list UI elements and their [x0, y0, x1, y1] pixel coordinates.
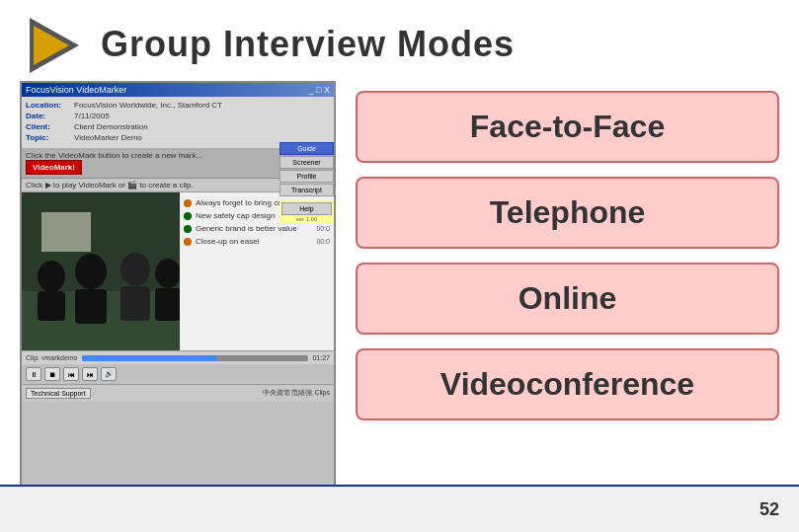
svg-rect-10: [41, 212, 91, 252]
mode-online: Online: [356, 263, 779, 335]
page-number: 52: [759, 499, 779, 520]
date-label: Date:: [26, 112, 70, 120]
svg-rect-7: [120, 286, 150, 321]
pause-button[interactable]: ⏸: [26, 367, 41, 381]
svg-rect-9: [155, 288, 180, 321]
item-bullet: [184, 225, 192, 233]
item-time: 00:0: [316, 238, 330, 245]
info-row-location: Location: FocusVision Worldwide, Inc., S…: [26, 101, 330, 110]
item-time: 00:0: [316, 225, 330, 232]
client-label: Client:: [26, 122, 70, 131]
screenshot-footer: Technical Support 中央資管 范繕強 Clips: [22, 384, 334, 402]
screenshot-controls: ⏸ ⏹ ⏮ ⏭ 🔊: [22, 364, 334, 384]
svg-point-6: [120, 253, 150, 286]
items-list: Always forget to bring coupons 00:0 New …: [180, 192, 334, 350]
location-value: FocusVision Worldwide, Inc., Stamford CT: [74, 101, 222, 110]
svg-rect-5: [75, 289, 107, 324]
list-item: Close-up on easel 00:0: [184, 235, 330, 248]
volume-button[interactable]: 🔊: [101, 367, 117, 381]
svg-point-4: [75, 254, 107, 289]
guide-button[interactable]: Guide: [280, 142, 334, 155]
forward-button[interactable]: ⏭: [82, 367, 98, 381]
screenshot-title: FocusVision VideoMarker: [26, 85, 126, 95]
clip-label: Clip: vmarkdemo: [26, 354, 78, 361]
topic-label: Topic:: [26, 133, 70, 142]
screenshot-sidebar: Guide Screener Profile Transcript Help v…: [280, 142, 334, 224]
tech-support-button[interactable]: Technical Support: [26, 388, 91, 399]
info-row-date: Date: 7/11/2005: [26, 112, 330, 120]
info-row-topic: Topic: VideoMarker Demo: [26, 133, 330, 142]
help-button[interactable]: Help: [281, 202, 332, 215]
top-message: Click the VideoMark button to create a n…: [26, 151, 202, 160]
video-placeholder: [22, 192, 180, 350]
item-bullet: [184, 212, 192, 220]
mode-videoconference: Videoconference: [356, 348, 779, 420]
date-value: 7/11/2005: [74, 112, 110, 120]
topic-value: VideoMarker Demo: [74, 133, 142, 142]
help-section: Help ver 1.00: [280, 200, 334, 224]
video-svg: [22, 192, 180, 350]
modes-panel: Face-to-Face Telephone Online Videoconfe…: [356, 81, 779, 515]
transcript-button[interactable]: Transcript: [280, 184, 334, 196]
videomark-button[interactable]: VideoMark!: [26, 160, 82, 175]
main-content: FocusVision VideoMarker _ □ X Location: …: [0, 81, 799, 515]
middle-message: Click ▶ to play VideoMark or 🎬 to create…: [26, 181, 194, 190]
rewind-button[interactable]: ⏮: [63, 367, 79, 381]
location-label: Location:: [26, 101, 70, 110]
svg-rect-3: [38, 291, 65, 321]
progress-fill: [82, 355, 218, 361]
title-icon: [30, 18, 89, 71]
bottom-bar: 52: [0, 485, 799, 532]
time-label: 01:27: [312, 354, 330, 361]
video-area: [22, 192, 180, 350]
item-text: New safety cap design: [196, 211, 276, 220]
screenshot-progress: Clip: vmarkdemo 01:27: [22, 350, 334, 364]
screener-button[interactable]: Screener: [280, 156, 334, 169]
profile-button[interactable]: Profile: [280, 170, 334, 183]
item-text: Generic brand is better value: [196, 224, 297, 233]
info-row-client: Client: Client Demonstration: [26, 122, 330, 131]
video-and-items: Always forget to bring coupons 00:0 New …: [22, 192, 334, 350]
client-value: Client Demonstration: [74, 122, 148, 131]
svg-point-2: [38, 261, 65, 292]
page: Group Interview Modes FocusVision VideoM…: [0, 0, 799, 532]
screenshot-window-controls: _ □ X: [309, 85, 330, 95]
footer-text: 中央資管 范繕強 Clips: [263, 388, 330, 399]
screenshot-panel: FocusVision VideoMarker _ □ X Location: …: [20, 81, 336, 515]
item-bullet: [184, 199, 192, 207]
stop-button[interactable]: ⏹: [44, 367, 60, 381]
version-text: ver 1.00: [281, 216, 332, 222]
screenshot-titlebar: FocusVision VideoMarker _ □ X: [22, 83, 334, 97]
item-text: Close-up on easel: [196, 237, 259, 246]
mode-telephone: Telephone: [356, 177, 779, 249]
svg-point-8: [155, 259, 180, 288]
progress-bar[interactable]: [82, 355, 309, 361]
play-icon-inner: [34, 26, 69, 65]
title-area: Group Interview Modes: [0, 0, 799, 81]
page-title: Group Interview Modes: [101, 24, 515, 65]
item-bullet: [184, 238, 192, 246]
screenshot-info: Location: FocusVision Worldwide, Inc., S…: [22, 97, 334, 148]
mode-face-to-face: Face-to-Face: [356, 91, 779, 163]
